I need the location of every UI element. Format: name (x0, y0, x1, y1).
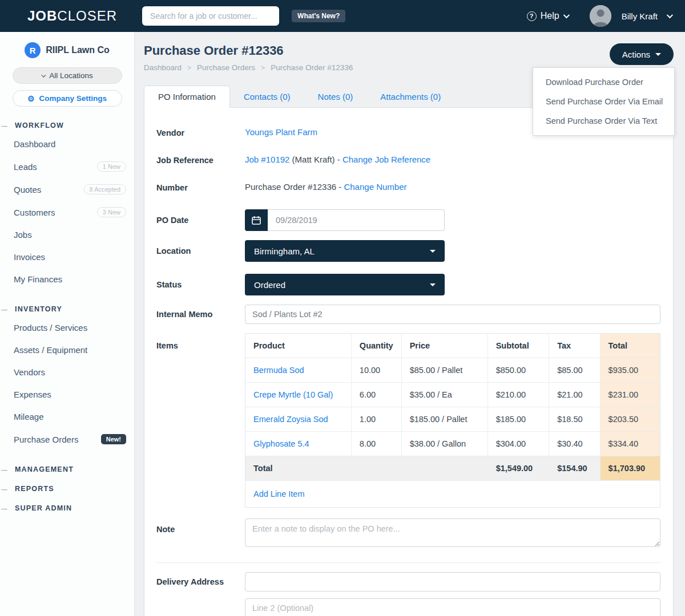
sidebar-item-products-services[interactable]: Products / Services (0, 317, 134, 339)
sidebar-item-expenses[interactable]: Expenses (0, 383, 134, 406)
page-title: Purchase Order #12336 (144, 43, 674, 58)
sidebar-item-vendors[interactable]: Vendors (0, 361, 134, 383)
internal-memo-input[interactable] (245, 305, 660, 324)
sidebar-item-leads[interactable]: Leads1 New (0, 155, 134, 178)
sidebar-item-invoices[interactable]: Invoices (0, 246, 134, 268)
all-locations-label: All Locations (49, 71, 93, 80)
sidebar-item-my-finances[interactable]: My Finances (0, 268, 134, 290)
sidebar-header-super-admin[interactable]: --- SUPER ADMIN (0, 504, 134, 512)
number-row: Number Purchase Order #12336 - Change Nu… (156, 182, 660, 192)
product-link[interactable]: Glyphosate 5.4 (253, 439, 309, 448)
job-link[interactable]: Job #10192 (245, 155, 289, 164)
vendor-link[interactable]: Youngs Plant Farm (245, 127, 317, 137)
product-link[interactable]: Crepe Myrtle (10 Gal) (253, 390, 333, 399)
sidebar-header-label: REPORTS (15, 485, 54, 493)
leads-badge: 1 New (97, 161, 126, 172)
quantity-cell: 10.00 (351, 358, 401, 383)
items-row: Items Product Quantity Price Sub (156, 333, 660, 508)
sidebar-item-quotes[interactable]: Quotes8 Accepted (0, 178, 134, 201)
total-cell: $203.50 (600, 407, 660, 432)
vendor-label: Vendor (156, 127, 245, 137)
chevron-down-icon (41, 72, 46, 77)
menu-item-download-purchase-order[interactable]: Download Purchase Order (533, 72, 674, 92)
location-dropdown-value: Birmingham, AL (254, 246, 315, 256)
company-settings-button[interactable]: ⚙ Company Settings (13, 90, 122, 107)
add-line-item-link[interactable]: Add Line Item (253, 489, 304, 499)
column-header-product: Product (245, 334, 352, 358)
breadcrumb-purchase-orders[interactable]: Purchase Orders (197, 63, 255, 72)
delivery-address-line1-input[interactable] (245, 572, 660, 591)
breadcrumb-dashboard[interactable]: Dashboard (144, 63, 182, 72)
tax-cell: $21.00 (549, 383, 600, 407)
price-cell: $35.00 / Ea (401, 383, 487, 407)
sidebar-section-inventory: --- INVENTORY Products / Services Assets… (0, 305, 134, 451)
actions-button[interactable]: Actions (610, 43, 674, 65)
sidebar: R RIIPL Lawn Co All Locations ⚙ Company … (0, 32, 135, 616)
sidebar-item-label: Mileage (14, 412, 44, 422)
tab-contacts[interactable]: Contacts (0) (230, 86, 304, 107)
user-avatar[interactable] (590, 5, 611, 27)
breadcrumb-separator: > (187, 64, 191, 72)
calendar-button[interactable] (245, 209, 268, 231)
location-dropdown[interactable]: Birmingham, AL (245, 240, 445, 262)
sidebar-item-jobs[interactable]: Jobs (0, 224, 134, 246)
sidebar-item-mileage[interactable]: Mileage (0, 406, 134, 428)
location-row: Location Birmingham, AL (156, 240, 660, 262)
menu-item-send-po-via-email[interactable]: Send Purchase Order Via Email (533, 92, 674, 111)
items-label: Items (156, 333, 245, 508)
top-navbar: JOBCLOSER What's New? ? Help Billy Kraft (0, 0, 685, 32)
table-row: Emerald Zoysia Sod 1.00 $185.00 / Pallet… (245, 407, 660, 432)
breadcrumb-separator: > (261, 64, 265, 72)
sidebar-header-reports[interactable]: --- REPORTS (0, 485, 134, 493)
product-link[interactable]: Emerald Zoysia Sod (253, 415, 328, 424)
all-locations-button[interactable]: All Locations (13, 67, 122, 84)
sidebar-item-label: Dashboard (14, 139, 55, 149)
search-input[interactable] (142, 6, 279, 26)
sidebar-item-dashboard[interactable]: Dashboard (0, 133, 134, 155)
status-dropdown[interactable]: Ordered (245, 274, 445, 295)
chevron-down-icon[interactable] (667, 12, 673, 18)
tab-po-information[interactable]: PO Information (144, 86, 230, 108)
whats-new-button[interactable]: What's New? (292, 10, 345, 22)
customers-badge: 3 New (97, 207, 126, 217)
help-label: Help (541, 11, 559, 21)
column-header-price: Price (401, 334, 487, 358)
dashes-icon: --- (1, 485, 15, 492)
tax-cell: $30.40 (549, 432, 600, 456)
subtotal-cell: $304.00 (487, 432, 549, 456)
grand-total-cell: $1,703.90 (600, 456, 660, 481)
breadcrumb-current: Purchase Order #12336 (271, 63, 353, 72)
table-row: Bermuda Sod 10.00 $85.00 / Pallet $850.0… (245, 358, 660, 383)
delivery-address-line2-input[interactable] (245, 598, 660, 616)
po-date-label: PO Date (156, 209, 245, 231)
product-link[interactable]: Bermuda Sod (253, 366, 304, 375)
sidebar-item-label: Jobs (14, 230, 32, 240)
sidebar-section-super-admin: --- SUPER ADMIN (0, 504, 134, 512)
logo-bold: JOB (27, 8, 57, 23)
total-subtotal-cell: $1,549.00 (487, 456, 549, 481)
sidebar-header-workflow[interactable]: --- WORKFLOW (0, 121, 134, 129)
sidebar-header-management[interactable]: --- MANAGEMENT (0, 465, 134, 473)
menu-item-send-po-via-text[interactable]: Send Purchase Order Via Text (533, 111, 674, 131)
column-header-quantity: Quantity (351, 334, 401, 358)
note-textarea[interactable] (245, 518, 660, 547)
change-job-reference-link[interactable]: Change Job Reference (342, 155, 430, 164)
table-row: Crepe Myrtle (10 Gal) 6.00 $35.00 / Ea $… (245, 383, 660, 407)
company-header: R RIIPL Lawn Co (0, 42, 134, 58)
quotes-badge: 8 Accepted (84, 184, 126, 194)
sidebar-item-purchase-orders[interactable]: Purchase OrdersNew! (0, 428, 134, 451)
tab-notes[interactable]: Notes (0) (304, 86, 367, 107)
dashes-icon: --- (1, 505, 15, 512)
po-date-input[interactable] (268, 209, 445, 231)
main-content: Purchase Order #12336 Dashboard > Purcha… (135, 32, 685, 616)
caret-down-icon (655, 53, 661, 56)
sidebar-item-customers[interactable]: Customers3 New (0, 201, 134, 224)
sidebar-item-assets-equipment[interactable]: Assets / Equipment (0, 339, 134, 361)
user-name[interactable]: Billy Kraft (622, 11, 658, 21)
change-number-link[interactable]: Change Number (344, 182, 406, 192)
subtotal-cell: $210.00 (487, 383, 549, 407)
tab-attachments[interactable]: Attachments (0) (366, 86, 454, 107)
column-header-subtotal: Subtotal (487, 334, 549, 358)
sidebar-header-inventory[interactable]: --- INVENTORY (0, 305, 134, 313)
help-menu[interactable]: ? Help (527, 11, 568, 21)
